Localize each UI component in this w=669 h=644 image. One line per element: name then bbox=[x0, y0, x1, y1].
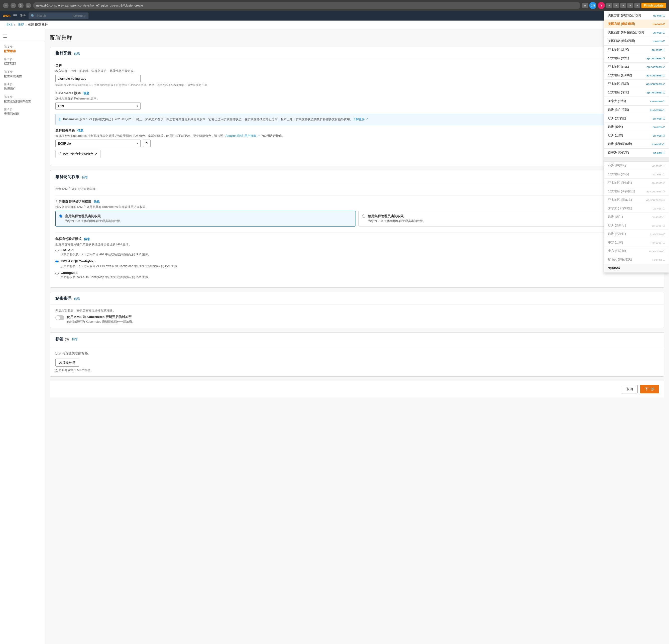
role-info[interactable]: 信息 bbox=[77, 129, 83, 132]
auth-eks-api-radio[interactable] bbox=[55, 249, 59, 252]
extension5-icon[interactable]: ● bbox=[635, 3, 640, 8]
manage-regions-header[interactable]: 管理区域 bbox=[604, 264, 669, 273]
extension-icon[interactable]: ● bbox=[606, 3, 612, 8]
role-label: 集群服务角色 信息 bbox=[55, 128, 659, 133]
auth-configmap-desc: 集群将仅从 aws-auth ConfigMap 中获取经过身份验证的 IAM … bbox=[61, 275, 151, 280]
auth-mode-eks-api-configmap[interactable]: EKS API 和 ConfigMap 该集群将从 EKS 访问条目 API 和… bbox=[55, 259, 659, 268]
region-eu-west-2[interactable]: 欧洲 (伦敦) eu-west-2 bbox=[604, 123, 669, 131]
breadcrumb-cluster[interactable]: 集群 bbox=[18, 23, 24, 27]
k8s-version-info[interactable]: 信息 bbox=[83, 91, 89, 95]
tags-header: 标签 (0) 信息 bbox=[51, 332, 664, 347]
next-button[interactable]: 下一步 bbox=[640, 385, 659, 393]
k8s-version-sublabel: 选择此集群的 Kubernetes 版本。 bbox=[55, 97, 659, 101]
kms-toggle-row[interactable]: 使用 KMS 为 Kubernetes 密钥开启信封加密 信封加密可为 Kube… bbox=[55, 315, 659, 324]
region-ap-northeast-2[interactable]: 亚太地区 (首尔) ap-northeast-2 bbox=[604, 63, 669, 71]
region-ap-east-1[interactable]: 亚太地区 (香港) ap-east-1 bbox=[604, 170, 669, 179]
cluster-config-info[interactable]: 信息 bbox=[74, 52, 80, 55]
auth-eks-configmap-label: EKS API 和 ConfigMap bbox=[61, 259, 180, 263]
breadcrumb-sep1: › bbox=[14, 23, 15, 27]
region-il-central-1[interactable]: 以色列 (特拉维夫) il-central-1 bbox=[604, 255, 669, 264]
region-ap-southeast-2[interactable]: 亚太地区 (悉尼) ap-southeast-2 bbox=[604, 80, 669, 88]
region-ap-south-1[interactable]: 亚太地区 (孟买) ap-south-1 bbox=[604, 46, 669, 54]
finish-update-button[interactable]: Finish update bbox=[641, 3, 666, 8]
region-sa-east-1[interactable]: 南美洲 (圣保罗) sa-east-1 bbox=[604, 148, 669, 157]
region-me-central-1[interactable]: 中东 (阿联酋) me-central-1 bbox=[604, 247, 669, 255]
auth-configmap-radio[interactable] bbox=[55, 272, 59, 275]
create-role-button[interactable]: 在 IAM 控制台中创建角色 ↗ bbox=[55, 150, 101, 158]
region-us-east-1[interactable]: 美国东部 (弗吉尼亚北部) us-east-1 bbox=[604, 11, 669, 20]
region-us-west-1[interactable]: 美国西部 (加利福尼亚北部) us-west-1 bbox=[604, 28, 669, 37]
region-ap-south-2[interactable]: 亚太地区 (雅加达) ap-south-2 bbox=[604, 179, 669, 187]
region-ap-southeast-4[interactable]: 亚太地区 (墨尔本) ap-southeast-4 bbox=[604, 196, 669, 204]
role-select[interactable]: EKSRole bbox=[55, 140, 141, 147]
tags-info[interactable]: 信息 bbox=[72, 337, 78, 341]
bookmark-icon[interactable]: ★ bbox=[582, 3, 588, 8]
forward-button[interactable]: → bbox=[11, 3, 16, 8]
sidebar-toggle[interactable]: ☰ bbox=[0, 32, 45, 41]
tags-header-row: 标签 (0) 信息 bbox=[55, 337, 659, 342]
sidebar-step-2[interactable]: 第 2 步 指定联网 bbox=[0, 55, 45, 68]
sidebar-step-3[interactable]: 第 3 步 配置可观测性 bbox=[0, 68, 45, 81]
region-ca-west-1[interactable]: 加拿大 (卡尔加里) ca-west-1 bbox=[604, 204, 669, 213]
enable-admin-content: 启用集群管理员访问权限 为您的 IAM 主体启用集群管理员访问权限。 bbox=[65, 214, 123, 223]
add-tag-button[interactable]: 添加新标签 bbox=[55, 359, 79, 367]
region-eu-central-2[interactable]: 欧洲 (苏黎世) eu-central-2 bbox=[604, 230, 669, 238]
auth-mode-eks-api[interactable]: EKS API 该集群将仅从 EKS 访问条目 API 中获取经过身份验证的 I… bbox=[55, 248, 659, 257]
global-search[interactable]: 🔍 [Option+S] bbox=[29, 13, 88, 19]
extension2-icon[interactable]: ● bbox=[613, 3, 619, 8]
learn-more-link[interactable]: 了解更多 ↗ bbox=[353, 117, 369, 121]
url-bar[interactable]: us-east-2.console.aws.amazon.com/eks/hom… bbox=[33, 2, 580, 9]
bootstrap-info[interactable]: 信息 bbox=[94, 200, 100, 203]
sidebar-step-4[interactable]: 第 4 步 选择插件 bbox=[0, 81, 45, 93]
tags-title: 标签 bbox=[55, 337, 63, 342]
disable-admin-radio[interactable] bbox=[362, 215, 365, 218]
region-ap-northeast-1[interactable]: 亚太地区 (东京) ap-northeast-1 bbox=[604, 88, 669, 97]
region-eu-south-1[interactable]: 欧洲 (米兰) eu-south-1 bbox=[604, 213, 669, 221]
secrets-info[interactable]: 信息 bbox=[74, 297, 80, 300]
region-me-south-1[interactable]: 中东 (巴林) me-south-1 bbox=[604, 238, 669, 247]
region-eu-west-1[interactable]: 欧洲 (爱尔兰) eu-west-1 bbox=[604, 114, 669, 123]
region-ap-northeast-3[interactable]: 亚太地区 (大阪) ap-northeast-3 bbox=[604, 54, 669, 63]
breadcrumb-current: 创建 EKS 集群 bbox=[28, 23, 48, 27]
role-refresh-button[interactable]: ↻ bbox=[143, 140, 151, 147]
region-us-east-2[interactable]: 美国东部 (俄亥俄州) us-east-2 bbox=[604, 20, 669, 28]
auth-mode-info[interactable]: 信息 bbox=[84, 237, 90, 241]
eks-user-guide-link[interactable]: Amazon EKS 用户指南 ↗ bbox=[226, 134, 260, 138]
sidebar-step-5[interactable]: 第 5 步 配置选定的插件设置 bbox=[0, 93, 45, 105]
cancel-button[interactable]: 取消 bbox=[622, 385, 638, 393]
region-ca-central-1[interactable]: 加拿大 (中部) ca-central-1 bbox=[604, 97, 669, 105]
enable-admin-access-option[interactable]: 启用集群管理员访问权限 为您的 IAM 主体启用集群管理员访问权限。 bbox=[55, 211, 356, 227]
k8s-version-select[interactable]: 1.29 1.28 1.27 1.26 bbox=[55, 102, 141, 110]
role-select-wrapper: EKSRole ▼ bbox=[55, 140, 141, 147]
services-menu[interactable]: 服务 bbox=[19, 14, 26, 18]
sidebar-step-1[interactable]: 第 1 步 配置集群 bbox=[0, 43, 45, 55]
auth-eks-configmap-content: EKS API 和 ConfigMap 该集群将从 EKS 访问条目 API 和… bbox=[61, 259, 180, 268]
auth-mode-configmap[interactable]: ConfigMap 集群将仅从 aws-auth ConfigMap 中获取经过… bbox=[55, 271, 659, 280]
step-4-num: 第 4 步 bbox=[4, 83, 41, 86]
bootstrap-options: 启用集群管理员访问权限 为您的 IAM 主体启用集群管理员访问权限。 禁用集群管… bbox=[55, 211, 659, 229]
region-af-south-1[interactable]: 非洲 (开普敦) af-south-1 bbox=[604, 162, 669, 170]
region-eu-north-1[interactable]: 欧洲 (斯德哥尔摩) eu-north-1 bbox=[604, 140, 669, 148]
back-button[interactable]: ← bbox=[3, 3, 9, 8]
access-info[interactable]: 信息 bbox=[82, 175, 88, 179]
role-sublabel: 选择将允许 Kubernetes 控制面板代表您管理 AWS 资源的 IAM 角… bbox=[55, 134, 659, 138]
grid-icon[interactable]: ☷ bbox=[13, 13, 17, 18]
region-eu-south-2[interactable]: 欧洲 (西班牙) eu-south-2 bbox=[604, 221, 669, 230]
sidebar-step-6[interactable]: 第 6 步 查看和创建 bbox=[0, 105, 45, 118]
extension3-icon[interactable]: ● bbox=[621, 3, 626, 8]
extension4-icon[interactable]: ● bbox=[627, 3, 633, 8]
reload-button[interactable]: ↻ bbox=[18, 3, 24, 8]
breadcrumb-eks[interactable]: EKS bbox=[6, 23, 13, 27]
cluster-name-input[interactable] bbox=[55, 75, 141, 82]
region-eu-west-3[interactable]: 欧洲 (巴黎) eu-west-3 bbox=[604, 131, 669, 140]
kms-toggle[interactable] bbox=[55, 315, 65, 320]
home-button[interactable]: ⌂ bbox=[26, 3, 31, 8]
enable-admin-radio[interactable] bbox=[59, 215, 62, 218]
search-input[interactable] bbox=[36, 14, 71, 17]
region-eu-central-1[interactable]: 欧洲 (法兰克福) eu-central-1 bbox=[604, 106, 669, 114]
region-ap-southeast-1[interactable]: 亚太地区 (新加坡) ap-southeast-1 bbox=[604, 71, 669, 80]
region-us-west-2[interactable]: 美国西部 (俄勒冈州) us-west-2 bbox=[604, 37, 669, 45]
region-ap-southeast-3[interactable]: 亚太地区 (海得拉巴) ap-southeast-3 bbox=[604, 187, 669, 196]
auth-eks-configmap-radio[interactable] bbox=[55, 260, 59, 263]
main-page-wrapper: EKS › 集群 › 创建 EKS 集群 ☰ 第 1 步 配置集群 第 2 步 … bbox=[0, 20, 669, 644]
